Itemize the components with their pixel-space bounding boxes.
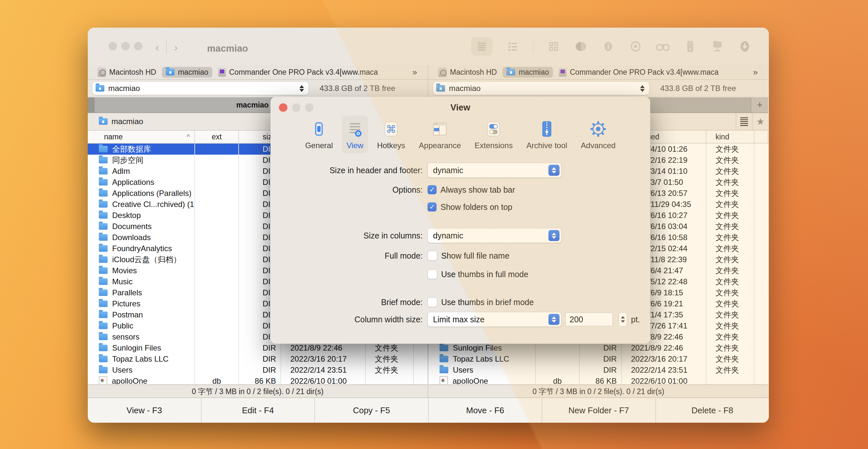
- favorites-button[interactable]: ★: [752, 113, 768, 130]
- file-row[interactable]: Topaz Labs LLCDIR2022/3/16 20:17文件夹: [88, 353, 428, 364]
- drive-selector[interactable]: macmiao: [433, 82, 649, 95]
- view-icon: [348, 120, 362, 138]
- path-tab-macintosh-hd[interactable]: Macintosh HD: [434, 66, 501, 78]
- folder-tab-macmiao[interactable]: macmiao: [88, 113, 150, 130]
- cell-size: DIR: [580, 343, 622, 353]
- titlebar: ‹ › macmiao i: [88, 28, 769, 65]
- tab-view[interactable]: View: [342, 116, 368, 153]
- column-width-value-field[interactable]: 200: [565, 313, 613, 326]
- edit-f4-button[interactable]: Edit - F4: [202, 398, 315, 423]
- tab-hotkeys[interactable]: ⌘ Hotkeys: [373, 116, 410, 153]
- column-header-name[interactable]: name ^: [88, 131, 195, 143]
- row-size-header-footer: Size in header and footer: dynamic: [271, 163, 650, 178]
- info-icon[interactable]: i: [601, 37, 615, 56]
- back-icon[interactable]: ‹: [155, 41, 159, 54]
- show-folders-on-top-checkbox[interactable]: ✓: [428, 202, 437, 212]
- more-tabs-chevron-icon[interactable]: »: [753, 67, 762, 77]
- cell-name: Postman: [88, 309, 195, 320]
- network-folder-icon[interactable]: [710, 37, 725, 56]
- column-width-stepper[interactable]: [619, 312, 627, 326]
- cell-ext: [195, 364, 239, 376]
- brief-view-icon[interactable]: [505, 37, 520, 56]
- thumbs-view-icon[interactable]: [547, 37, 561, 56]
- archive-zipper-icon[interactable]: [683, 37, 697, 56]
- search-binoculars-icon[interactable]: [656, 37, 670, 56]
- new-tab-button[interactable]: +: [751, 97, 768, 113]
- file-row[interactable]: Sunlogin FilesDIR2021/8/9 22:46文件夹: [429, 343, 768, 353]
- delete-f8-button[interactable]: Delete - F8: [656, 398, 769, 423]
- folder-icon: [99, 201, 107, 207]
- cell-name: Public: [88, 320, 195, 331]
- tab-extensions[interactable]: Extensions: [470, 116, 517, 153]
- list-mode-icon: [740, 117, 748, 126]
- file-name: Creative Cl...rchived) (1): [112, 200, 194, 209]
- full-view-icon[interactable]: [471, 37, 493, 56]
- use-thumbs-full-checkbox[interactable]: [428, 269, 437, 279]
- path-tab-commander-pack[interactable]: Commander One PRO Pack v3.4[www.macat...: [555, 67, 719, 78]
- path-tab-commander-pack[interactable]: Commander One PRO Pack v3.4[www.macat...: [214, 67, 378, 78]
- file-name: Users: [453, 365, 473, 375]
- zoom-button[interactable]: [134, 42, 143, 51]
- cell-ext: [536, 353, 580, 364]
- close-button[interactable]: [108, 42, 117, 51]
- tab-bar-notch: [88, 97, 95, 113]
- cell-kind: 文件夹: [706, 221, 754, 232]
- show-full-file-name-checkbox[interactable]: [428, 251, 437, 261]
- cell-spacer: [754, 143, 768, 155]
- file-row[interactable]: apolloOnedb86 KB2022/6/10 01:00: [429, 376, 768, 384]
- traffic-lights: [108, 42, 143, 51]
- cell-spacer: [754, 309, 768, 320]
- use-thumbs-brief-checkbox[interactable]: [428, 297, 437, 307]
- always-show-tab-bar-checkbox[interactable]: ✓: [428, 185, 437, 194]
- column-header-spacer: [754, 131, 768, 143]
- path-tab-macmiao[interactable]: macmiao: [162, 67, 212, 78]
- size-in-columns-popup[interactable]: dynamic: [428, 228, 561, 243]
- cell-size: DIR: [239, 364, 281, 376]
- size-header-footer-popup[interactable]: dynamic: [428, 163, 561, 178]
- column-header-ext[interactable]: ext: [195, 131, 239, 143]
- forward-icon[interactable]: ›: [174, 41, 178, 54]
- disk-image-icon: [559, 68, 567, 77]
- folder-icon: [99, 146, 107, 152]
- row-size-in-columns: Size in columns: dynamic: [271, 228, 650, 243]
- tab-general[interactable]: General: [301, 116, 337, 153]
- preview-eye-icon[interactable]: [628, 37, 643, 56]
- cell-name: Documents: [88, 221, 195, 232]
- cell-kind: 文件夹: [706, 155, 754, 166]
- path-tab-macintosh-hd[interactable]: Macintosh HD: [94, 66, 160, 78]
- download-icon[interactable]: [738, 37, 752, 56]
- tab-appearance[interactable]: Appearance: [414, 116, 465, 153]
- file-row[interactable]: apolloOnedb86 KB2022/6/10 01:00: [88, 376, 428, 384]
- list-mode-button[interactable]: [736, 113, 752, 130]
- row-use-thumbs-brief: Brief mode: Use thumbs in brief mode: [271, 295, 650, 310]
- move-f6-button[interactable]: Move - F6: [429, 398, 542, 423]
- folder-icon: [99, 345, 107, 351]
- column-header-kind[interactable]: kind: [706, 131, 754, 143]
- new-folder-f7-button[interactable]: New Folder - F7: [542, 398, 656, 423]
- cell-kind: 文件夹: [706, 166, 754, 177]
- file-row[interactable]: Sunlogin FilesDIR2021/8/9 22:46文件夹: [88, 343, 428, 353]
- file-row[interactable]: Topaz Labs LLCDIR2022/3/16 20:17文件夹: [429, 353, 768, 364]
- column-width-popup[interactable]: Limit max size: [428, 312, 561, 327]
- tab-advanced[interactable]: Advanced: [577, 116, 620, 153]
- cell-spacer: [754, 254, 768, 265]
- tab-archive-tool[interactable]: Archive tool: [522, 116, 571, 153]
- cell-ext: [536, 364, 580, 376]
- view-f3-button[interactable]: View - F3: [88, 398, 202, 423]
- minimize-button[interactable]: [121, 42, 130, 51]
- cell-name: apolloOne: [429, 376, 536, 384]
- cell-kind: 文件夹: [706, 232, 754, 243]
- more-tabs-chevron-icon[interactable]: »: [412, 67, 422, 77]
- file-row[interactable]: UsersDIR2022/2/14 23:51文件夹: [88, 364, 428, 376]
- copy-f5-button[interactable]: Copy - F5: [315, 398, 429, 423]
- file-row[interactable]: UsersDIR2022/2/14 23:51文件夹: [429, 364, 768, 376]
- toggle-panel-icon[interactable]: [574, 37, 588, 56]
- path-tab-macmiao[interactable]: macmiao: [503, 67, 553, 78]
- file-name: Applications (Parallels): [112, 189, 191, 198]
- drive-selector[interactable]: macmiao: [92, 82, 309, 95]
- cell-ext: [195, 199, 239, 210]
- cell-spacer: [754, 177, 768, 188]
- cell-kind: 文件夹: [706, 243, 754, 254]
- cell-ext: [195, 298, 239, 309]
- cell-kind: 文件夹: [706, 265, 754, 276]
